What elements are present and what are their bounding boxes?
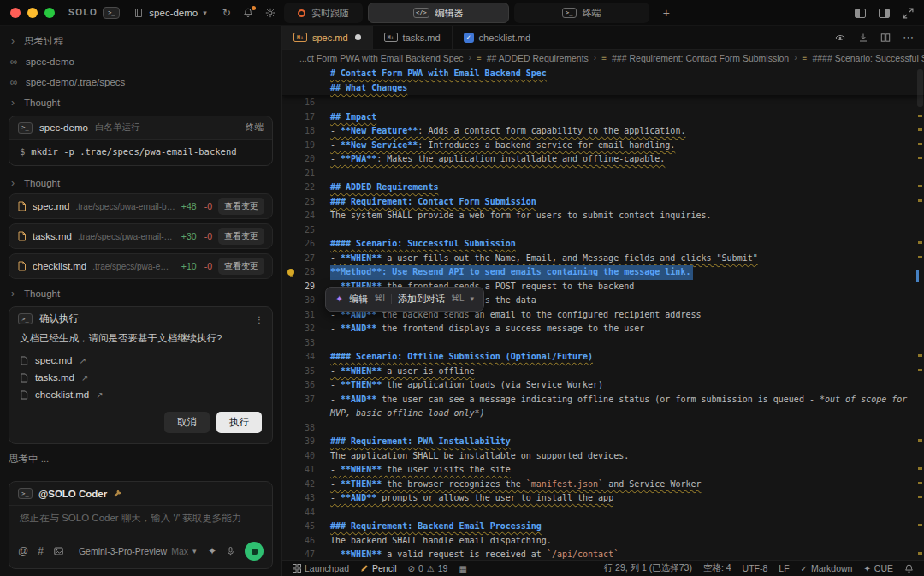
enhance-prompt-icon[interactable]: ✦ (208, 545, 216, 557)
add-tab-button[interactable]: + (654, 3, 678, 23)
problems-indicator[interactable]: ⊘ 0 ⚠ 19 (408, 563, 448, 573)
breadcrumb-item[interactable]: ## ADDED Requirements (487, 53, 589, 63)
view-changes-button[interactable]: 查看变更 (218, 228, 264, 245)
bell-icon[interactable] (904, 564, 914, 573)
code-line[interactable]: 38 (282, 421, 924, 436)
code-line[interactable]: 43- **AND** prompts or allows the user t… (282, 491, 924, 506)
code-line[interactable]: 37- **AND** the user can see a message i… (282, 393, 924, 407)
lightbulb-icon[interactable] (287, 269, 294, 276)
chat-input[interactable]: 您正在与 SOLO Coder 聊天，输入 '/' 获取更多能力 (9, 506, 272, 537)
code-line[interactable]: 44 (282, 506, 924, 520)
confirm-file-link[interactable]: tasks.md ↗ (9, 369, 272, 386)
code-line[interactable]: 28**Method**: Use Resend API to send ema… (282, 265, 924, 280)
sidebar-item-thought[interactable]: › Thought (9, 173, 273, 193)
workspace-selector[interactable]: spec-demo ▾ (133, 8, 206, 18)
encoding-setting[interactable]: UTF-8 (743, 563, 768, 573)
preview-icon[interactable] (834, 33, 846, 43)
close-window-button[interactable] (10, 8, 21, 18)
code-line[interactable]: 35- **WHEN** a user is offline (282, 365, 924, 379)
stop-generation-button[interactable] (245, 542, 264, 561)
terminal-run-card[interactable]: >_ spec-demo 白名单运行 终端 $ mkdir -p .trae/s… (9, 116, 273, 166)
editor-tab-tasks[interactable]: M↓ tasks.md (373, 26, 453, 49)
code-line[interactable]: 34#### Scenario: Offline Submission (Opt… (282, 350, 924, 365)
confirm-file-link[interactable]: checklist.md ↗ (9, 386, 272, 403)
confirm-file-link[interactable]: spec.md ↗ (9, 352, 272, 369)
breadcrumb-item[interactable]: #### Scenario: Successful Submission (812, 53, 924, 63)
code-line[interactable]: 33 (282, 336, 924, 351)
sidebar-item-thought[interactable]: › Thought (9, 92, 273, 113)
pencil-button[interactable]: Pencil (360, 563, 397, 573)
collapse-window-icon[interactable] (903, 8, 914, 19)
microphone-icon[interactable] (226, 546, 235, 557)
tab-editor[interactable]: </> 编辑器 (368, 3, 509, 23)
code-line[interactable]: 42- **THEN** the browser recognizes the … (282, 478, 924, 492)
sidebar-item-think-process[interactable]: › 思考过程 (9, 31, 273, 51)
solo-mode-indicator[interactable]: SOLO >_ (68, 7, 120, 19)
model-selector[interactable]: Gemini-3-Pro-Preview Max ▾ (79, 546, 197, 556)
tab-live-follow[interactable]: 实时跟随 (284, 3, 363, 23)
file-change-row[interactable]: tasks.md .trae/specs/pwa-email-backend..… (9, 223, 273, 249)
code-editor[interactable]: # Contact Form PWA with Email Backend Sp… (282, 66, 924, 560)
more-actions-icon[interactable]: ⋯ (903, 31, 914, 44)
view-changes-button[interactable]: 查看变更 (218, 258, 264, 275)
code-line[interactable]: 39### Requirement: PWA Installability (282, 435, 924, 449)
code-line[interactable]: # Contact Form PWA with Email Backend Sp… (282, 67, 924, 81)
minimize-window-button[interactable] (27, 8, 38, 18)
ports-icon[interactable]: ▦ (459, 564, 466, 573)
eol-setting[interactable]: LF (779, 563, 789, 573)
language-mode[interactable]: ✓ Markdown (801, 563, 853, 573)
code-line[interactable]: 23### Requirement: Contact Form Submissi… (282, 195, 924, 210)
code-line[interactable]: 32- **AND** the frontend displays a succ… (282, 322, 924, 336)
chevron-down-icon[interactable]: ▾ (471, 292, 475, 306)
split-editor-icon[interactable] (880, 33, 891, 43)
code-line[interactable]: 16 (282, 96, 924, 110)
breadcrumb-item[interactable]: ...ct Form PWA with Email Backend Spec (299, 53, 464, 63)
code-line[interactable]: 21 (282, 167, 924, 181)
view-changes-button[interactable]: 查看变更 (218, 198, 264, 215)
notifications-icon[interactable] (243, 8, 253, 18)
cancel-button[interactable]: 取消 (164, 412, 210, 433)
download-icon[interactable] (858, 33, 868, 43)
run-button[interactable]: 执行 (216, 412, 262, 433)
code-line[interactable]: ## What Changes (282, 81, 924, 96)
code-line[interactable]: 25 (282, 223, 924, 238)
code-line[interactable]: 27- **WHEN** a user fills out the Name, … (282, 252, 924, 266)
code-line[interactable]: 22## ADDED Requirements (282, 181, 924, 195)
sidebar-ref-specs-path[interactable]: ∞ spec-demo/.trae/specs (9, 72, 273, 92)
toggle-right-panel-icon[interactable] (879, 9, 890, 18)
code-line[interactable]: MVP, basic offline load only*) (282, 407, 924, 421)
code-line[interactable]: 20- **PWA**: Makes the application insta… (282, 152, 924, 167)
toggle-left-panel-icon[interactable] (855, 9, 866, 18)
code-line[interactable]: 19- **New Service**: Introduces a backen… (282, 139, 924, 153)
context-icon[interactable]: # (38, 545, 44, 557)
file-change-row[interactable]: spec.md .trae/specs/pwa-email-backend/..… (9, 193, 273, 219)
indent-setting[interactable]: 空格: 4 (703, 562, 732, 574)
editor-tab-spec[interactable]: M↓ spec.md (282, 26, 373, 49)
code-line[interactable]: 17## Impact (282, 110, 924, 125)
code-line[interactable]: 45### Requirement: Backend Email Process… (282, 520, 924, 534)
editor-tab-checklist[interactable]: ✓ checklist.md (453, 26, 543, 49)
history-icon[interactable]: ↻ (222, 7, 231, 19)
code-line[interactable]: 18- **New Feature**: Adds a contact form… (282, 124, 924, 139)
code-line[interactable]: 26#### Scenario: Successful Submission (282, 237, 924, 252)
overview-ruler[interactable] (915, 66, 924, 560)
more-options-icon[interactable]: ⋮ (255, 314, 264, 324)
cue-indicator[interactable]: ✦ CUE (863, 563, 893, 573)
tools-icon[interactable] (113, 489, 122, 498)
file-change-row[interactable]: checklist.md .trae/specs/pwa-email-back.… (9, 253, 273, 279)
code-line[interactable]: 46The backend SHALL handle email dispatc… (282, 534, 924, 549)
sidebar-ref-spec-demo[interactable]: ∞ spec-demo (9, 51, 273, 72)
code-line[interactable]: 36- **THEN** the application loads (via … (282, 378, 924, 393)
sidebar-item-thought[interactable]: › Thought (9, 283, 273, 304)
tab-terminal[interactable]: >_ 终端 (514, 3, 649, 23)
code-line[interactable]: 41- **WHEN** the user visits the site (282, 463, 924, 478)
settings-gear-icon[interactable] (265, 8, 275, 18)
add-to-chat-button[interactable]: 添加到对话 (398, 292, 445, 306)
zoom-window-button[interactable] (44, 8, 55, 18)
open-terminal-button[interactable]: 终端 (246, 122, 264, 134)
image-icon[interactable] (53, 546, 64, 556)
cursor-position[interactable]: 行 29, 列 1 (已选择73) (604, 562, 692, 574)
code-line[interactable]: 24The system SHALL provide a web form fo… (282, 209, 924, 223)
code-line[interactable]: 47- **WHEN** a valid request is received… (282, 548, 924, 560)
scrollbar-thumb[interactable] (917, 69, 923, 107)
